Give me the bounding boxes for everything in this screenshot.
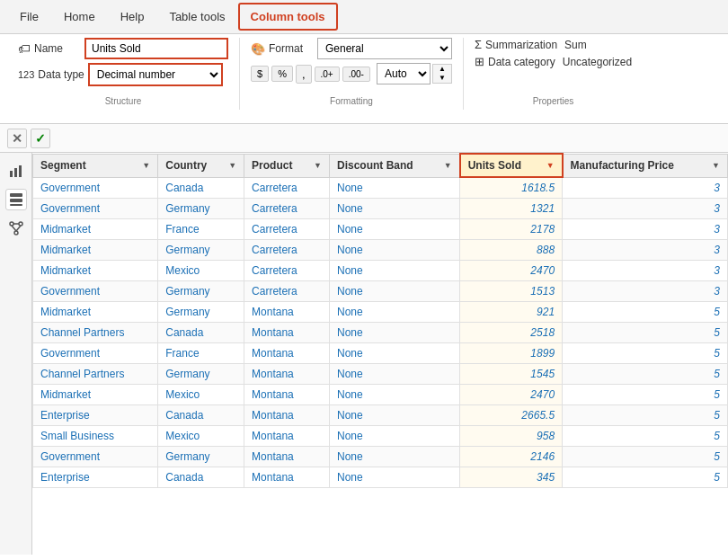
table-cell: Germany bbox=[158, 199, 244, 219]
table-cell: 958 bbox=[460, 426, 563, 447]
menu-file[interactable]: File bbox=[7, 3, 51, 31]
table-cell: Montana bbox=[244, 405, 330, 426]
table-row: Channel PartnersGermanyMontanaNone15455 bbox=[33, 364, 728, 385]
table-cell: None bbox=[330, 240, 460, 261]
col-header-segment[interactable]: Segment▼ bbox=[33, 154, 158, 177]
table-cell: None bbox=[330, 219, 460, 240]
properties-group-label: Properties bbox=[475, 94, 632, 110]
table-cell: 3 bbox=[563, 219, 728, 240]
sidebar-icon-model[interactable] bbox=[5, 218, 27, 239]
table-cell: Midmarket bbox=[33, 261, 158, 281]
summarization-label-wrap: Σ Summarization bbox=[475, 38, 557, 51]
table-cell: 2665.5 bbox=[460, 405, 563, 426]
svg-point-8 bbox=[14, 231, 18, 235]
table-cell: Midmarket bbox=[33, 302, 158, 323]
table-row: MidmarketGermanyCarreteraNone8883 bbox=[33, 240, 728, 261]
sidebar-icon-report[interactable] bbox=[5, 160, 27, 182]
table-cell: Montana bbox=[244, 364, 330, 385]
menu-table-tools[interactable]: Table tools bbox=[156, 3, 237, 31]
mfg-sort-icon[interactable]: ▼ bbox=[712, 161, 720, 170]
name-icon: 🏷 bbox=[18, 41, 31, 56]
table-cell: Enterprise bbox=[33, 405, 158, 426]
table-row: GovernmentGermanyCarreteraNone15133 bbox=[33, 281, 728, 302]
table-cell: Canada bbox=[158, 323, 244, 343]
spinner-up[interactable]: ▲ bbox=[433, 65, 451, 74]
svg-rect-1 bbox=[14, 168, 17, 177]
formatting-group-label: Formatting bbox=[251, 94, 452, 110]
menu-home[interactable]: Home bbox=[51, 3, 108, 31]
table-cell: 3 bbox=[563, 281, 728, 302]
table-cell: Carretera bbox=[244, 281, 330, 302]
svg-point-6 bbox=[10, 222, 13, 226]
units-sort-icon[interactable]: ▼ bbox=[546, 161, 555, 170]
svg-rect-3 bbox=[10, 193, 22, 197]
format-label-wrap: 🎨 Format bbox=[251, 42, 314, 56]
auto-select[interactable]: Auto 0 1 2 3 bbox=[377, 63, 431, 84]
table-row: EnterpriseCanadaMontanaNone3455 bbox=[33, 467, 728, 488]
menu-column-tools[interactable]: Column tools bbox=[238, 3, 338, 31]
menu-help[interactable]: Help bbox=[108, 3, 157, 31]
table-cell: Carretera bbox=[244, 219, 330, 240]
table-cell: 1513 bbox=[460, 281, 563, 302]
segment-sort-icon[interactable]: ▼ bbox=[142, 161, 150, 170]
col-header-product[interactable]: Product▼ bbox=[244, 154, 330, 177]
ribbon-group-formatting: 🎨 Format General Currency Percentage Sci… bbox=[240, 38, 464, 110]
table-wrapper[interactable]: Segment▼ Country▼ Product▼ Discount Band… bbox=[32, 153, 728, 555]
table-cell: Mexico bbox=[158, 261, 244, 281]
table-cell: 888 bbox=[460, 240, 563, 261]
table-cell: Government bbox=[33, 281, 158, 302]
table-cell: 921 bbox=[460, 302, 563, 323]
ribbon-datatype-row: 123 Data type Decimal number Whole numbe… bbox=[18, 63, 228, 86]
toolbar: ✕ ✓ bbox=[0, 124, 728, 153]
table-row: GovernmentFranceMontanaNone18995 bbox=[33, 343, 728, 364]
svg-rect-2 bbox=[19, 165, 22, 177]
svg-point-7 bbox=[19, 222, 22, 226]
format-select[interactable]: General Currency Percentage Scientific bbox=[317, 38, 452, 59]
sidebar-icon-data[interactable] bbox=[5, 189, 27, 210]
table-cell: None bbox=[330, 302, 460, 323]
col-header-manufacturing-price[interactable]: Manufacturing Price▼ bbox=[563, 154, 728, 177]
confirm-button[interactable]: ✓ bbox=[31, 129, 50, 148]
table-row: MidmarketMexicoMontanaNone24705 bbox=[33, 385, 728, 405]
table-row: EnterpriseCanadaMontanaNone2665.55 bbox=[33, 405, 728, 426]
table-cell: France bbox=[158, 219, 244, 240]
ribbon-summarization-row: Σ Summarization Sum bbox=[475, 38, 632, 51]
table-cell: None bbox=[330, 426, 460, 447]
format-controls: $ % , .0+ .00- Auto 0 1 2 3 bbox=[251, 63, 452, 84]
col-header-country[interactable]: Country▼ bbox=[158, 154, 244, 177]
table-cell: Carretera bbox=[244, 261, 330, 281]
ribbon: 🏷 Name 123 Data type Decimal number Whol… bbox=[0, 34, 728, 124]
table-cell: France bbox=[158, 343, 244, 364]
cancel-button[interactable]: ✕ bbox=[7, 129, 27, 148]
table-cell: Carretera bbox=[244, 177, 330, 199]
table-cell: 3 bbox=[563, 261, 728, 281]
dec-increase-button[interactable]: .0+ bbox=[315, 67, 340, 82]
col-header-discount[interactable]: Discount Band▼ bbox=[330, 154, 460, 177]
table-cell: 2470 bbox=[460, 385, 563, 405]
dec-decrease-button[interactable]: .00- bbox=[342, 67, 370, 82]
table-row: GovernmentGermanyMontanaNone21465 bbox=[33, 447, 728, 467]
comma-button[interactable]: , bbox=[296, 65, 312, 84]
table-cell: Enterprise bbox=[33, 467, 158, 488]
percent-button[interactable]: % bbox=[271, 66, 293, 82]
ribbon-groups: 🏷 Name 123 Data type Decimal number Whol… bbox=[7, 38, 721, 123]
table-cell: Germany bbox=[158, 447, 244, 467]
summarization-label: Summarization bbox=[485, 39, 557, 51]
table-cell: 5 bbox=[563, 405, 728, 426]
table-cell: 2470 bbox=[460, 261, 563, 281]
table-row: Small BusinessMexicoMontanaNone9585 bbox=[33, 426, 728, 447]
datatype-select[interactable]: Decimal number Whole number Text Date Bo… bbox=[88, 63, 223, 86]
col-header-units-sold[interactable]: Units Sold▼ bbox=[460, 154, 563, 177]
table-cell: Germany bbox=[158, 364, 244, 385]
discount-sort-icon[interactable]: ▼ bbox=[444, 161, 452, 170]
currency-button[interactable]: $ bbox=[251, 66, 269, 82]
table-cell: 2178 bbox=[460, 219, 563, 240]
country-sort-icon[interactable]: ▼ bbox=[228, 161, 236, 170]
ribbon-group-structure: 🏷 Name 123 Data type Decimal number Whol… bbox=[7, 38, 240, 110]
name-input[interactable] bbox=[84, 38, 228, 59]
table-cell: Montana bbox=[244, 343, 330, 364]
spinner-down[interactable]: ▼ bbox=[433, 74, 451, 83]
product-sort-icon[interactable]: ▼ bbox=[314, 161, 322, 170]
datacategory-label: Data category bbox=[488, 56, 555, 68]
table-cell: None bbox=[330, 343, 460, 364]
